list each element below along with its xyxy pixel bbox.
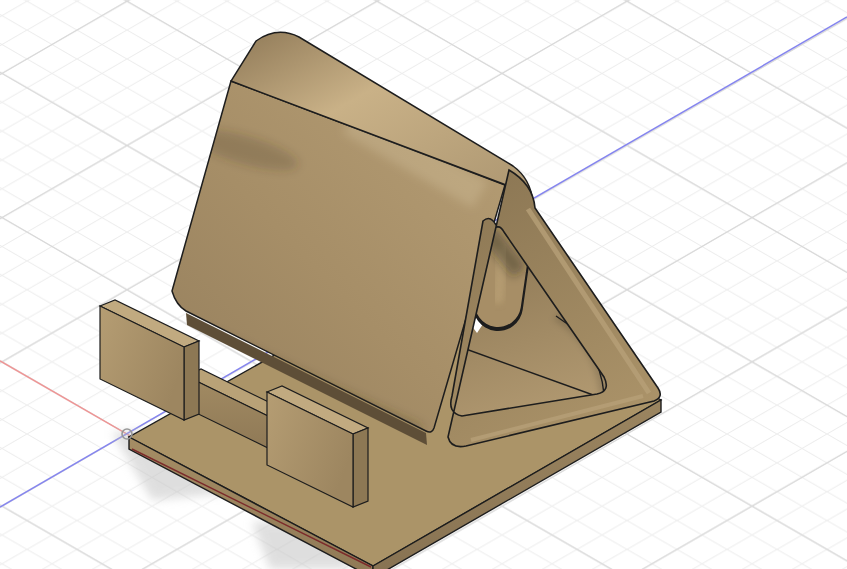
left-tab-side-face[interactable]: [184, 341, 199, 420]
viewport-canvas[interactable]: [0, 0, 847, 569]
right-tab-side-face[interactable]: [353, 428, 368, 507]
cad-viewport[interactable]: [0, 0, 847, 569]
